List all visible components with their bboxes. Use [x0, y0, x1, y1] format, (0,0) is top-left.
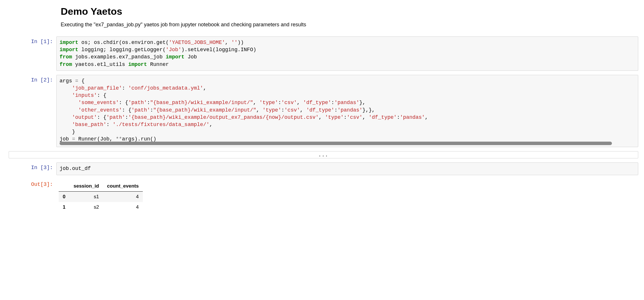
dataframe-table: session_id count_events 0 s1 4 1 s2 4: [59, 181, 143, 212]
page-subtitle: Executing the "ex7_pandas_job.py" yaetos…: [61, 22, 638, 28]
df-index: 0: [59, 191, 69, 202]
prompt-in-1: In [1]:: [6, 36, 56, 71]
df-corner: [59, 181, 69, 192]
df-cell: s1: [69, 191, 103, 202]
prompt-out-3: Out[3]:: [6, 179, 56, 212]
code-cell-3[interactable]: In [3]: job.out_df: [6, 162, 638, 175]
table-row: 1 s2 4: [59, 202, 143, 212]
page-title: Demo Yaetos: [61, 6, 638, 17]
code-cell-1[interactable]: In [1]: import os; os.chdir(os.environ.g…: [6, 36, 638, 71]
output-area-3: session_id count_events 0 s1 4 1 s2 4: [56, 179, 638, 212]
code-input-2[interactable]: args = { 'job_param_file': 'conf/jobs_me…: [56, 75, 638, 147]
code-input-3[interactable]: job.out_df: [56, 162, 638, 175]
table-row: 0 s1 4: [59, 191, 143, 202]
notebook: Demo Yaetos Executing the "ex7_pandas_jo…: [6, 6, 638, 212]
df-cell: s2: [69, 202, 103, 212]
df-cell: 4: [103, 202, 143, 212]
df-cell: 4: [103, 191, 143, 202]
df-col-header: session_id: [69, 181, 103, 192]
collapsed-output[interactable]: ...: [9, 151, 638, 158]
code-input-1[interactable]: import os; os.chdir(os.environ.get('YAET…: [56, 36, 638, 71]
prompt-in-2: In [2]:: [6, 75, 56, 147]
df-col-header: count_events: [103, 181, 143, 192]
output-cell-3: Out[3]: session_id count_events 0 s1 4: [6, 179, 638, 212]
prompt-in-3: In [3]:: [6, 162, 56, 175]
code-cell-2[interactable]: In [2]: args = { 'job_param_file': 'conf…: [6, 75, 638, 147]
df-index: 1: [59, 202, 69, 212]
horizontal-scrollbar[interactable]: [60, 142, 612, 145]
